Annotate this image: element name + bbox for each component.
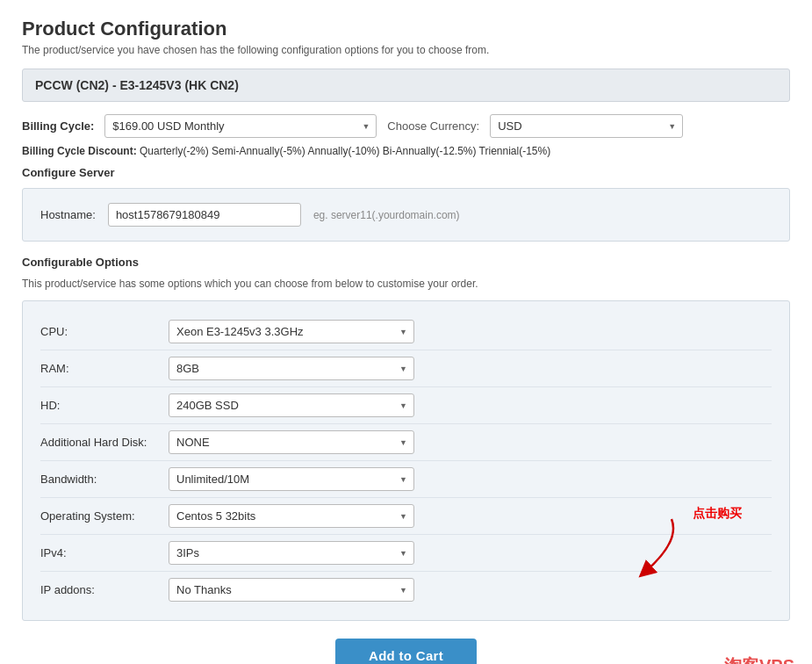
discount-text: Quarterly(-2%) Semi-Annually(-5%) Annual… bbox=[140, 145, 550, 157]
discount-label: Billing Cycle Discount: bbox=[22, 145, 137, 157]
billing-cycle-select[interactable]: $169.00 USD Monthly bbox=[104, 114, 377, 138]
option-select-wrapper[interactable]: 240GB SSD bbox=[169, 393, 414, 417]
billing-cycle-select-wrapper[interactable]: $169.00 USD Monthly bbox=[104, 114, 377, 138]
options-box: CPU:Xeon E3-1245v3 3.3GHzRAM:8GBHD:240GB… bbox=[22, 300, 790, 621]
configurable-options-section: Configurable Options This product/servic… bbox=[22, 256, 790, 621]
page-title: Product Configuration bbox=[22, 18, 790, 40]
option-label: Bandwidth: bbox=[40, 473, 154, 486]
billing-cycle-row: Billing Cycle: $169.00 USD Monthly Choos… bbox=[22, 114, 790, 138]
currency-select-wrapper[interactable]: USD bbox=[490, 114, 683, 138]
hostname-row: Hostname: eg. server11(.yourdomain.com) bbox=[40, 203, 772, 227]
option-row: Operating System:Centos 5 32bits bbox=[40, 498, 772, 535]
configurable-options-title: Configurable Options bbox=[22, 256, 790, 269]
option-select[interactable]: Unlimited/10M bbox=[169, 467, 414, 491]
hostname-label: Hostname: bbox=[40, 208, 96, 221]
option-select[interactable]: Centos 5 32bits bbox=[169, 504, 414, 528]
option-select-wrapper[interactable]: Xeon E3-1245v3 3.3GHz bbox=[169, 320, 414, 343]
option-select-wrapper[interactable]: Centos 5 32bits bbox=[169, 504, 414, 528]
hostname-input[interactable] bbox=[108, 203, 301, 227]
option-row: Bandwidth:Unlimited/10M bbox=[40, 461, 772, 498]
option-label: RAM: bbox=[40, 362, 154, 375]
option-select-wrapper[interactable]: NONE bbox=[169, 430, 414, 454]
currency-label: Choose Currency: bbox=[387, 119, 479, 133]
option-row: RAM:8GB bbox=[40, 350, 772, 387]
option-row: IPv4:3IPs bbox=[40, 535, 772, 572]
option-row: CPU:Xeon E3-1245v3 3.3GHz bbox=[40, 314, 772, 350]
option-select-wrapper[interactable]: Unlimited/10M bbox=[169, 467, 414, 491]
option-select[interactable]: 3IPs bbox=[169, 541, 414, 565]
configure-server-box: Hostname: eg. server11(.yourdomain.com) bbox=[22, 188, 790, 242]
option-select[interactable]: NONE bbox=[169, 430, 414, 454]
option-select-wrapper[interactable]: 3IPs bbox=[169, 541, 414, 565]
page-subtitle: The product/service you have chosen has … bbox=[22, 44, 790, 56]
option-label: IPv4: bbox=[40, 546, 154, 559]
option-label: Operating System: bbox=[40, 509, 154, 523]
currency-select[interactable]: USD bbox=[490, 114, 683, 138]
option-row: IP addons:No Thanks bbox=[40, 572, 772, 608]
footer-row: Add to Cart bbox=[22, 639, 790, 664]
billing-cycle-label: Billing Cycle: bbox=[22, 119, 94, 133]
configure-server-title: Configure Server bbox=[22, 166, 790, 179]
option-row: Additional Hard Disk:NONE bbox=[40, 424, 772, 461]
discount-text-row: Billing Cycle Discount: Quarterly(-2%) S… bbox=[22, 145, 790, 157]
option-label: Additional Hard Disk: bbox=[40, 436, 154, 449]
configurable-options-intro: This product/service has some options wh… bbox=[22, 278, 790, 290]
option-select[interactable]: No Thanks bbox=[169, 578, 414, 602]
option-select[interactable]: Xeon E3-1245v3 3.3GHz bbox=[169, 320, 414, 343]
option-select[interactable]: 8GB bbox=[169, 357, 414, 380]
product-header: PCCW (CN2) - E3-1245V3 (HK CN2) bbox=[22, 69, 790, 102]
option-label: HD: bbox=[40, 399, 154, 412]
option-label: IP addons: bbox=[40, 583, 154, 596]
option-label: CPU: bbox=[40, 325, 154, 338]
option-select[interactable]: 240GB SSD bbox=[169, 393, 414, 417]
option-row: HD:240GB SSD bbox=[40, 387, 772, 424]
option-select-wrapper[interactable]: No Thanks bbox=[169, 578, 414, 602]
add-to-cart-button[interactable]: Add to Cart bbox=[335, 639, 477, 664]
hostname-hint: eg. server11(.yourdomain.com) bbox=[313, 209, 460, 221]
option-select-wrapper[interactable]: 8GB bbox=[169, 357, 414, 380]
